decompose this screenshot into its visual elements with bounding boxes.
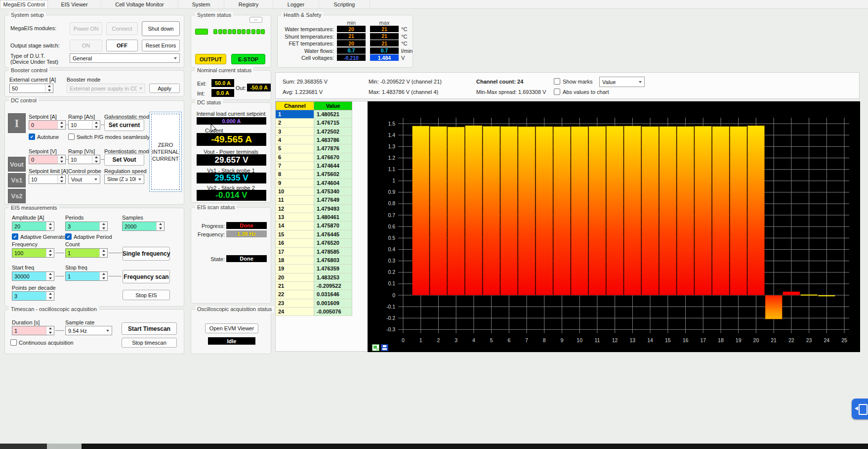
setpoint-limit-spinner[interactable]: 10 xyxy=(29,175,66,184)
value-cell[interactable]: 1.479493 xyxy=(314,205,352,213)
channel-table-row[interactable]: 171.478585 xyxy=(276,248,352,256)
value-cell[interactable]: 1.475340 xyxy=(314,187,352,196)
channel-cell[interactable]: 15 xyxy=(276,230,314,239)
channel-table-row[interactable]: 131.480461 xyxy=(276,213,352,222)
channel-cell[interactable]: 17 xyxy=(276,248,314,256)
channel-table-row[interactable]: 51.477876 xyxy=(276,144,352,153)
tab-system[interactable]: System xyxy=(178,0,224,8)
save-chart-icon[interactable] xyxy=(381,344,388,351)
tab-logger[interactable]: Logger xyxy=(273,0,319,8)
channel-cell[interactable]: 18 xyxy=(276,256,314,265)
value-column-header[interactable]: Value xyxy=(314,101,352,110)
tab-scripting[interactable]: Scripting xyxy=(319,0,370,8)
dut-type-select[interactable]: General xyxy=(70,53,180,63)
apply-button[interactable]: Apply xyxy=(149,84,180,93)
booster-mode-select[interactable]: External power supply in CC mode xyxy=(67,84,145,93)
channel-table-row[interactable]: 91.474604 xyxy=(276,179,352,187)
channel-cell[interactable]: 3 xyxy=(276,128,314,136)
off-button[interactable]: OFF xyxy=(106,40,138,51)
duration-spinner[interactable]: 1 xyxy=(12,326,54,335)
channel-table-row[interactable]: 21-0.209522 xyxy=(276,282,352,290)
channel-cell[interactable]: 23 xyxy=(276,299,314,308)
channel-cell[interactable]: 22 xyxy=(276,290,314,299)
stop-eis-button[interactable]: Stop EIS xyxy=(123,290,170,300)
channel-table-row[interactable]: 61.476670 xyxy=(276,153,352,162)
value-cell[interactable]: 1.478585 xyxy=(314,248,352,256)
channel-table-row[interactable]: 121.479493 xyxy=(276,205,352,213)
reset-errors-button[interactable]: Reset Errors xyxy=(142,40,180,51)
stop-timescan-button[interactable]: Stop timescan xyxy=(122,338,177,348)
start-timescan-button[interactable]: Start Timescan xyxy=(122,322,177,335)
adaptive-generator-checkbox[interactable]: ✔ xyxy=(12,233,18,240)
value-cell[interactable]: 1.483253 xyxy=(314,273,352,282)
ramp-a-spinner[interactable]: 10 xyxy=(68,120,100,130)
single-frequency-button[interactable]: Single frequency xyxy=(123,247,170,261)
value-cell[interactable]: 1.476520 xyxy=(314,239,352,247)
channel-table-row[interactable]: 230.001609 xyxy=(276,299,352,308)
frequency-spinner[interactable]: 100 xyxy=(12,248,54,258)
abs-values-checkbox[interactable] xyxy=(554,89,560,95)
channel-cell[interactable]: 13 xyxy=(276,213,314,222)
taskbar[interactable] xyxy=(0,444,868,449)
switch-pg-checkbox[interactable] xyxy=(68,134,75,140)
on-button[interactable]: ON xyxy=(70,40,102,51)
channel-cell[interactable]: 1 xyxy=(276,110,314,119)
panel-flyout-icon[interactable] xyxy=(852,399,868,419)
channel-cell[interactable]: 21 xyxy=(276,282,314,290)
estop-button[interactable]: E-STOP xyxy=(231,54,265,64)
channel-cell[interactable]: 6 xyxy=(276,153,314,162)
value-cell[interactable]: -0.005076 xyxy=(314,308,352,316)
tab-registry[interactable]: Registry xyxy=(224,0,273,8)
value-cell[interactable]: 1.476445 xyxy=(314,230,352,239)
external-current-spinner[interactable]: 50 xyxy=(9,84,53,93)
zero-internal-current-button[interactable]: ZERO INTERNAL CURRENT xyxy=(149,112,182,192)
channel-table-row[interactable]: 201.483253 xyxy=(276,273,352,282)
channel-cell[interactable]: 10 xyxy=(276,187,314,196)
channel-table-row[interactable]: 41.483786 xyxy=(276,136,352,144)
channel-cell[interactable]: 7 xyxy=(276,162,314,170)
connect-button[interactable]: Connect xyxy=(106,22,138,35)
value-cell[interactable]: 1.480521 xyxy=(314,110,352,119)
channel-cell[interactable]: 2 xyxy=(276,119,314,127)
channel-cell[interactable]: 11 xyxy=(276,196,314,204)
channel-cell[interactable]: 14 xyxy=(276,222,314,230)
shut-down-button[interactable]: Shut down xyxy=(142,21,180,36)
channel-cell[interactable]: 4 xyxy=(276,136,314,144)
value-cell[interactable]: 1.476670 xyxy=(314,153,352,162)
periods-spinner[interactable]: 3 xyxy=(65,222,108,231)
value-cell[interactable]: 1.472502 xyxy=(314,128,352,136)
set-current-button[interactable]: Set current xyxy=(104,119,144,131)
tab-megaeis-control[interactable]: MegaEIS Control xyxy=(0,0,48,8)
value-cell[interactable]: 1.477649 xyxy=(314,196,352,204)
value-cell[interactable]: -0.209522 xyxy=(314,282,352,290)
autotune-checkbox[interactable]: ✔ xyxy=(29,134,35,140)
marks-mode-select[interactable]: Value xyxy=(599,77,645,87)
regulation-speed-select[interactable]: Slow (Z ≥ 100 xyxy=(104,175,144,184)
points-per-decade-spinner[interactable]: 3 xyxy=(12,291,54,301)
channel-table-row[interactable]: 220.031646 xyxy=(276,290,352,299)
channel-cell[interactable]: 12 xyxy=(276,205,314,213)
channel-table-row[interactable]: 81.475602 xyxy=(276,170,352,179)
channel-column-header[interactable]: Channel xyxy=(276,101,314,110)
continuous-acquisition-checkbox[interactable] xyxy=(10,339,17,346)
stop-freq-spinner[interactable]: 1 xyxy=(65,271,108,281)
samples-spinner[interactable]: 2000 xyxy=(122,222,165,231)
channel-table-row[interactable]: 24-0.005076 xyxy=(276,308,352,316)
value-cell[interactable]: 1.483786 xyxy=(314,136,352,144)
amplitude-spinner[interactable]: 20 xyxy=(12,222,54,231)
channel-cell[interactable]: 24 xyxy=(276,308,314,316)
value-cell[interactable]: 1.475602 xyxy=(314,170,352,179)
value-cell[interactable]: 1.480461 xyxy=(314,213,352,222)
value-cell[interactable]: 1.477876 xyxy=(314,144,352,153)
channel-table-row[interactable]: 141.475870 xyxy=(276,222,352,230)
start-freq-spinner[interactable]: 30000 xyxy=(12,271,54,281)
show-marks-checkbox[interactable] xyxy=(554,78,560,85)
set-vout-button[interactable]: Set Vout xyxy=(104,154,144,166)
channel-table-row[interactable]: 11.480521 xyxy=(276,110,352,119)
value-cell[interactable]: 0.031646 xyxy=(314,290,352,299)
output-indic-button[interactable]: OUTPUT xyxy=(195,54,226,64)
channel-table-row[interactable]: 161.476520 xyxy=(276,239,352,247)
channel-table-row[interactable]: 181.476803 xyxy=(276,256,352,265)
value-cell[interactable]: 1.475870 xyxy=(314,222,352,230)
channel-table-row[interactable]: 31.472502 xyxy=(276,128,352,136)
